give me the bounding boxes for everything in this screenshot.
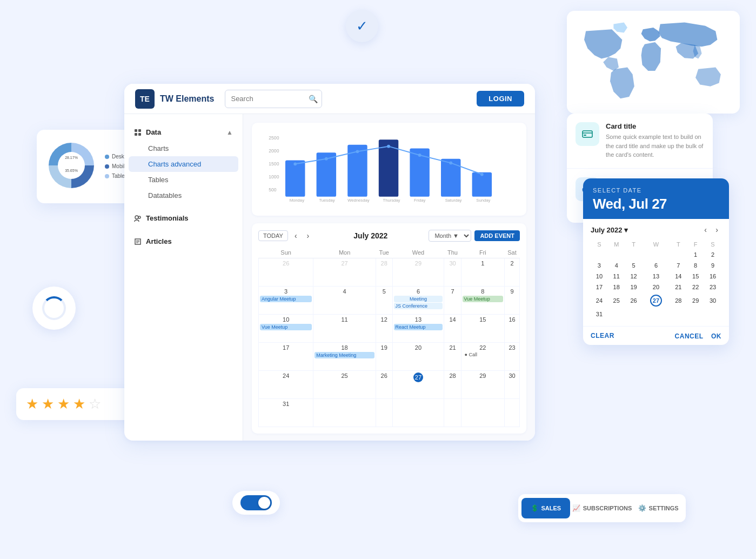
- dp-day[interactable]: 6: [642, 260, 670, 271]
- cal-day[interactable]: [313, 399, 376, 427]
- cal-day[interactable]: 22 ● Call: [461, 343, 504, 371]
- search-input[interactable]: [231, 95, 306, 103]
- tab-subscriptions[interactable]: 📈 SUBSCRIPTIONS: [572, 498, 632, 518]
- datepicker-next-btn[interactable]: ›: [712, 224, 721, 235]
- star-3[interactable]: ★: [57, 396, 70, 412]
- tab-sales[interactable]: 💲 SALES: [521, 498, 570, 518]
- cal-day[interactable]: 1: [461, 258, 504, 287]
- dp-day[interactable]: [591, 249, 608, 260]
- cal-day[interactable]: 5: [376, 287, 392, 315]
- cal-day[interactable]: 9: [505, 287, 520, 315]
- calendar-add-event-btn[interactable]: ADD EVENT: [474, 230, 520, 241]
- dp-day[interactable]: 29: [687, 292, 704, 309]
- calendar-next-btn[interactable]: ›: [304, 230, 313, 241]
- cal-day[interactable]: 27: [392, 371, 444, 399]
- cal-day[interactable]: 7: [444, 287, 461, 315]
- cal-day[interactable]: 28: [444, 371, 461, 399]
- sidebar-item-charts[interactable]: Charts: [124, 141, 243, 156]
- dp-day[interactable]: 12: [625, 271, 643, 282]
- cal-day[interactable]: 10 Vue Meetup: [259, 315, 313, 343]
- cal-day[interactable]: 13 React Meetup: [392, 315, 444, 343]
- dp-day[interactable]: 15: [687, 271, 704, 282]
- dp-day[interactable]: [704, 309, 721, 320]
- cal-day[interactable]: 6 Meeting JS Conference: [392, 287, 444, 315]
- cal-day[interactable]: 30: [444, 258, 461, 287]
- dp-day[interactable]: 18: [608, 282, 625, 292]
- dp-day[interactable]: [608, 249, 625, 260]
- dp-day[interactable]: 8: [687, 260, 704, 271]
- cal-day[interactable]: 2: [505, 258, 520, 287]
- sidebar-testimonials-header[interactable]: Testimonials: [124, 210, 243, 227]
- tab-settings[interactable]: ⚙️ SETTINGS: [634, 498, 683, 518]
- dp-day[interactable]: [642, 249, 670, 260]
- dp-day[interactable]: 13: [642, 271, 670, 282]
- cal-day[interactable]: 29: [392, 258, 444, 287]
- cal-day[interactable]: 31: [259, 399, 313, 427]
- cal-day[interactable]: 15: [461, 315, 504, 343]
- datepicker-prev-btn[interactable]: ‹: [701, 224, 710, 235]
- dp-day[interactable]: 31: [591, 309, 608, 320]
- sidebar-articles-header[interactable]: Articles: [124, 233, 243, 250]
- dp-day[interactable]: 30: [704, 292, 721, 309]
- star-2[interactable]: ★: [42, 396, 54, 412]
- cal-day[interactable]: 12: [376, 315, 392, 343]
- datepicker-ok-btn[interactable]: OK: [711, 332, 721, 340]
- cal-day[interactable]: 28: [376, 258, 392, 287]
- calendar-prev-btn[interactable]: ‹: [291, 230, 300, 241]
- sidebar-item-datatables[interactable]: Datatables: [124, 188, 243, 203]
- dp-day[interactable]: [642, 309, 670, 320]
- sidebar-item-charts-advanced[interactable]: Charts advanced: [129, 156, 238, 172]
- dp-day[interactable]: 27: [642, 292, 670, 309]
- search-wrap[interactable]: 🔍: [225, 90, 322, 108]
- cal-day[interactable]: 20: [392, 343, 444, 371]
- cal-day[interactable]: 26: [376, 371, 392, 399]
- dp-day[interactable]: 11: [608, 271, 625, 282]
- dp-day[interactable]: 28: [670, 292, 687, 309]
- cal-day[interactable]: 30: [505, 371, 520, 399]
- cal-day[interactable]: [392, 399, 444, 427]
- dp-day[interactable]: 4: [608, 260, 625, 271]
- dp-day[interactable]: 3: [591, 260, 608, 271]
- cal-day[interactable]: 8 Vue Meetup: [461, 287, 504, 315]
- cal-day[interactable]: 18 Marketing Meeting: [313, 343, 376, 371]
- dp-day[interactable]: [670, 309, 687, 320]
- dp-day[interactable]: 20: [642, 282, 670, 292]
- cal-day[interactable]: 16: [505, 315, 520, 343]
- datepicker-clear-btn[interactable]: CLEAR: [591, 331, 614, 341]
- cal-day[interactable]: 11: [313, 315, 376, 343]
- cal-day[interactable]: 3 Angular Meetup: [259, 287, 313, 315]
- dp-day[interactable]: [608, 309, 625, 320]
- dp-day[interactable]: 7: [670, 260, 687, 271]
- cal-day[interactable]: [461, 399, 504, 427]
- cal-day[interactable]: 25: [313, 371, 376, 399]
- dp-day[interactable]: 1: [687, 249, 704, 260]
- star-5[interactable]: ☆: [89, 396, 101, 412]
- dp-day[interactable]: 21: [670, 282, 687, 292]
- dp-day[interactable]: 2: [704, 249, 721, 260]
- cal-day[interactable]: 21: [444, 343, 461, 371]
- cal-day[interactable]: [505, 399, 520, 427]
- dp-day[interactable]: 10: [591, 271, 608, 282]
- dp-day[interactable]: 16: [704, 271, 721, 282]
- cal-day[interactable]: 27: [313, 258, 376, 287]
- dp-day[interactable]: 26: [625, 292, 643, 309]
- dp-day[interactable]: 14: [670, 271, 687, 282]
- sidebar-data-header[interactable]: Data ▲: [124, 124, 243, 141]
- dp-day[interactable]: 5: [625, 260, 643, 271]
- toggle-track[interactable]: [240, 495, 272, 510]
- cal-day[interactable]: 26: [259, 258, 313, 287]
- dp-day[interactable]: 22: [687, 282, 704, 292]
- cal-day[interactable]: [444, 399, 461, 427]
- dp-day[interactable]: 24: [591, 292, 608, 309]
- cal-day[interactable]: 29: [461, 371, 504, 399]
- dp-day[interactable]: 17: [591, 282, 608, 292]
- dp-day[interactable]: 23: [704, 282, 721, 292]
- dp-day[interactable]: 25: [608, 292, 625, 309]
- datepicker-cancel-btn[interactable]: CANCEL: [675, 332, 704, 340]
- star-1[interactable]: ★: [26, 396, 38, 412]
- login-button[interactable]: LOGIN: [477, 91, 524, 107]
- dp-day[interactable]: 9: [704, 260, 721, 271]
- calendar-today-btn[interactable]: TODAY: [258, 230, 288, 241]
- cal-day[interactable]: 17: [259, 343, 313, 371]
- calendar-view-select[interactable]: Month ▼ Week Day: [429, 230, 471, 242]
